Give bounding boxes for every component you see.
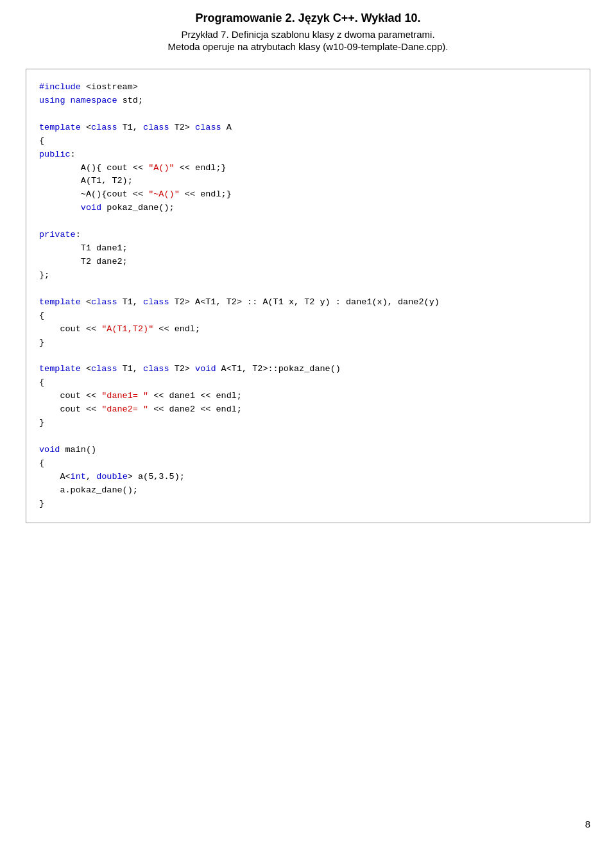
code-container: #include <iostream> using namespace std;… [26, 69, 590, 523]
page-number: 8 [585, 819, 590, 829]
page-header: Programowanie 2. Język C++. Wykład 10. P… [0, 0, 616, 57]
page-title: Programowanie 2. Język C++. Wykład 10. [26, 12, 590, 25]
page-subtitle2: Metoda operuje na atrybutach klasy (w10-… [26, 41, 590, 52]
code-block: #include <iostream> using namespace std;… [39, 81, 577, 511]
page-subtitle1: Przykład 7. Definicja szablonu klasy z d… [26, 29, 590, 40]
